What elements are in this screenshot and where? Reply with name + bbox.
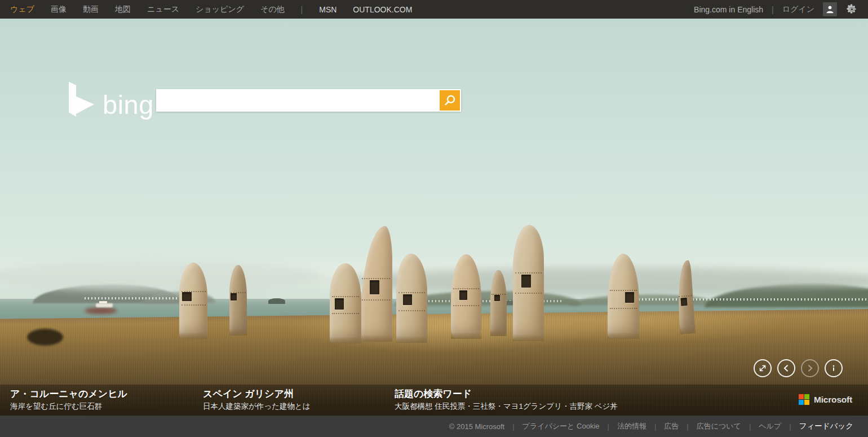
standing-stone bbox=[490, 270, 507, 336]
profile-icon[interactable] bbox=[823, 2, 837, 16]
image-info-button[interactable] bbox=[825, 359, 843, 377]
trending-searches-title: 話題の検索ワード bbox=[395, 387, 618, 401]
nav-shopping[interactable]: ショッピング bbox=[196, 5, 244, 15]
search-box bbox=[156, 89, 461, 112]
microsoft-logo: Microsoft bbox=[799, 394, 852, 405]
bing-logo-text: bing bbox=[103, 92, 154, 117]
nav-right-separator: | bbox=[772, 5, 774, 14]
previous-image-button[interactable] bbox=[777, 359, 795, 377]
microsoft-logo-text: Microsoft bbox=[814, 395, 852, 405]
footer-separator: | bbox=[654, 422, 656, 431]
island-small bbox=[268, 298, 285, 304]
language-switch-link[interactable]: Bing.com in English bbox=[694, 5, 763, 14]
boat-cabin bbox=[99, 301, 107, 303]
image-caption-title[interactable]: ア・コルーニャのメンヒル bbox=[10, 387, 127, 401]
standing-stone bbox=[513, 225, 544, 341]
footer-link-help[interactable]: ヘルプ bbox=[759, 421, 781, 431]
nav-right: Bing.com in English | ログイン bbox=[694, 2, 858, 16]
bing-logo: bing bbox=[69, 82, 154, 117]
image-caption: ア・コルーニャのメンヒル 海岸を望む丘に佇む巨石群 bbox=[10, 387, 127, 412]
next-image-button[interactable] bbox=[801, 359, 819, 377]
nav-news[interactable]: ニュース bbox=[147, 5, 179, 15]
nav-separator: | bbox=[301, 5, 303, 14]
image-caption-subtitle: 海岸を望む丘に佇む巨石群 bbox=[10, 401, 127, 412]
signin-link[interactable]: ログイン bbox=[782, 5, 814, 15]
nav-outlook[interactable]: OUTLOOK.COM bbox=[353, 5, 412, 14]
related-story: スペイン ガリシア州 日本人建築家が作った建物とは bbox=[203, 387, 311, 412]
boat bbox=[96, 303, 113, 307]
footer-separator: | bbox=[749, 422, 751, 431]
footer-separator: | bbox=[789, 422, 791, 431]
footer-link-ads[interactable]: 広告 bbox=[664, 421, 679, 431]
microsoft-logo-icon bbox=[799, 394, 809, 405]
nav-more[interactable]: その他 bbox=[260, 5, 285, 15]
magnifier-icon bbox=[444, 94, 456, 107]
nav-videos[interactable]: 動画 bbox=[83, 5, 99, 15]
expand-diagonal-icon bbox=[758, 363, 768, 373]
nav-maps[interactable]: 地図 bbox=[115, 5, 131, 15]
coastline-left bbox=[85, 297, 178, 299]
search-button[interactable] bbox=[440, 90, 460, 111]
standing-stone bbox=[229, 265, 247, 336]
footer-separator: | bbox=[608, 422, 609, 431]
footer-link-feedback[interactable]: フィードバック bbox=[799, 421, 853, 431]
hero-background-photo: bing bbox=[0, 19, 868, 416]
copyright: © 2015 Microsoft bbox=[449, 422, 504, 431]
standing-stone bbox=[330, 263, 361, 343]
chevron-right-icon bbox=[805, 364, 814, 373]
image-controls bbox=[0, 359, 868, 377]
bush bbox=[27, 329, 63, 346]
boat-motion-blur bbox=[85, 307, 117, 314]
standing-stone bbox=[179, 263, 207, 339]
trending-searches: 話題の検索ワード 大阪都構想 住民投票・三社祭・マヨ1グランプリ・吉野家 ベジ丼 bbox=[395, 387, 618, 412]
related-story-subtitle: 日本人建築家が作った建物とは bbox=[203, 401, 311, 412]
standing-stone bbox=[396, 254, 427, 343]
top-nav: ウェブ 画像 動画 地図 ニュース ショッピング その他 | MSN OUTLO… bbox=[0, 0, 868, 19]
footer-link-about-ads[interactable]: 広告について bbox=[697, 421, 741, 431]
bing-logo-icon bbox=[69, 82, 96, 117]
coastline-right bbox=[612, 298, 868, 301]
trending-searches-list[interactable]: 大阪都構想 住民投票・三社祭・マヨ1グランプリ・吉野家 ベジ丼 bbox=[395, 401, 618, 412]
info-icon bbox=[829, 364, 838, 373]
primary-nav: ウェブ 画像 動画 地図 ニュース ショッピング その他 | MSN OUTLO… bbox=[10, 5, 412, 15]
fullscreen-button[interactable] bbox=[754, 359, 772, 377]
footer-link-privacy[interactable]: プライバシーと Cookie bbox=[522, 421, 600, 431]
nav-web[interactable]: ウェブ bbox=[10, 5, 34, 15]
nav-msn[interactable]: MSN bbox=[319, 5, 336, 14]
gear-icon[interactable] bbox=[845, 3, 858, 16]
bing-homepage: ウェブ 画像 動画 地図 ニュース ショッピング その他 | MSN OUTLO… bbox=[0, 0, 868, 437]
footer-link-legal[interactable]: 法的情報 bbox=[617, 421, 646, 431]
footer-separator: | bbox=[687, 422, 688, 431]
footer-separator: | bbox=[512, 422, 514, 431]
chevron-left-icon bbox=[782, 364, 791, 373]
nav-images[interactable]: 画像 bbox=[51, 5, 67, 15]
info-bar: ア・コルーニャのメンヒル 海岸を望む丘に佇む巨石群 スペイン ガリシア州 日本人… bbox=[0, 385, 868, 416]
related-story-title[interactable]: スペイン ガリシア州 bbox=[203, 387, 311, 401]
footer: © 2015 Microsoft | プライバシーと Cookie | 法的情報… bbox=[0, 416, 868, 437]
search-input[interactable] bbox=[156, 89, 437, 112]
